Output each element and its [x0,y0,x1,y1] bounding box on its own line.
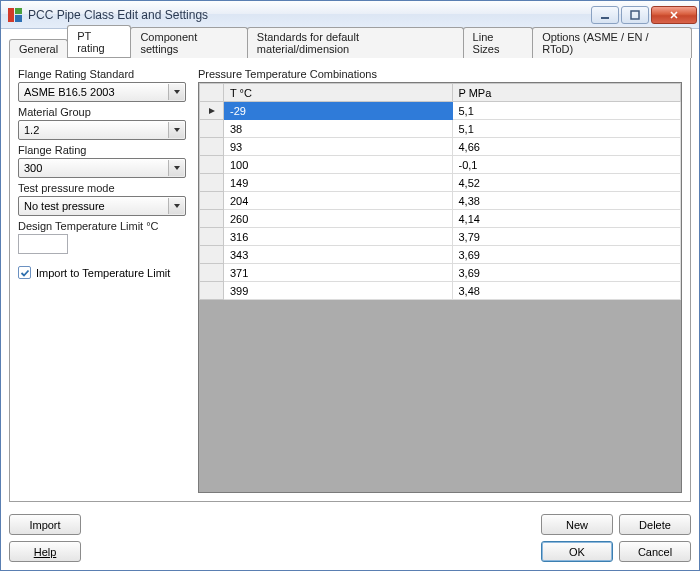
table-row[interactable]: 1494,52 [200,174,681,192]
import-to-temp-limit-checkbox[interactable] [18,266,31,279]
row-header[interactable] [200,264,224,282]
minimize-button[interactable] [591,6,619,24]
table-row[interactable]: 934,66 [200,138,681,156]
table-row[interactable]: 2044,38 [200,192,681,210]
grid-corner [200,84,224,102]
tab-pt-rating[interactable]: PT rating [67,25,131,57]
cell-t[interactable]: 343 [224,246,453,264]
table-row[interactable]: -295,1 [200,102,681,120]
cell-t[interactable]: 149 [224,174,453,192]
table-row[interactable]: 3163,79 [200,228,681,246]
test-pressure-mode-combo[interactable]: No test pressure [18,196,186,216]
cell-p[interactable]: 4,66 [452,138,681,156]
grid-col-p[interactable]: P MPa [452,84,681,102]
flange-rating-label: Flange Rating [18,144,186,156]
chevron-down-icon [168,122,184,138]
cell-t[interactable]: 93 [224,138,453,156]
flange-standard-value: ASME B16.5 2003 [24,86,115,98]
cell-p[interactable]: 3,79 [452,228,681,246]
tab-standards-for-default-material-dimension[interactable]: Standards for default material/dimension [247,27,464,58]
tab-line-sizes[interactable]: Line Sizes [463,27,534,58]
cell-p[interactable]: 3,48 [452,282,681,300]
delete-button[interactable]: Delete [619,514,691,535]
row-header[interactable] [200,138,224,156]
new-button[interactable]: New [541,514,613,535]
cancel-button[interactable]: Cancel [619,541,691,562]
ok-button[interactable]: OK [541,541,613,562]
cell-p[interactable]: 3,69 [452,264,681,282]
close-button[interactable] [651,6,697,24]
chevron-down-icon [168,84,184,100]
row-header[interactable] [200,102,224,120]
import-button[interactable]: Import [9,514,81,535]
left-panel: Flange Rating Standard ASME B16.5 2003 M… [18,66,186,493]
cell-p[interactable]: 5,1 [452,120,681,138]
svg-rect-4 [631,11,639,19]
svg-rect-3 [601,17,609,19]
test-pressure-mode-value: No test pressure [24,200,105,212]
row-header[interactable] [200,174,224,192]
window-buttons [591,6,697,24]
window: PCC Pipe Class Edit and Settings General… [0,0,700,571]
row-header[interactable] [200,228,224,246]
cell-t[interactable]: 260 [224,210,453,228]
import-to-temp-limit-label: Import to Temperature Limit [36,267,170,279]
tab-component-settings[interactable]: Component settings [130,27,247,58]
flange-standard-combo[interactable]: ASME B16.5 2003 [18,82,186,102]
svg-rect-0 [8,8,14,22]
cell-t[interactable]: 371 [224,264,453,282]
chevron-down-icon [168,160,184,176]
maximize-button[interactable] [621,6,649,24]
cell-t[interactable]: 38 [224,120,453,138]
design-temp-limit-label: Design Temperature Limit °C [18,220,186,232]
row-header[interactable] [200,246,224,264]
right-panel: Pressure Temperature Combinations T °C P… [198,66,682,493]
row-header[interactable] [200,210,224,228]
grid-col-t[interactable]: T °C [224,84,453,102]
app-icon [7,7,23,23]
cell-t[interactable]: 316 [224,228,453,246]
flange-rating-value: 300 [24,162,42,174]
table-row[interactable]: 100-0,1 [200,156,681,174]
table-row[interactable]: 385,1 [200,120,681,138]
cell-t[interactable]: 100 [224,156,453,174]
tab-options-asme-en-rtod[interactable]: Options (ASME / EN / RToD) [532,27,692,58]
svg-rect-2 [15,15,22,22]
window-title: PCC Pipe Class Edit and Settings [28,8,591,22]
cell-p[interactable]: 4,52 [452,174,681,192]
svg-rect-1 [15,8,22,14]
grid-title: Pressure Temperature Combinations [198,68,682,80]
test-pressure-mode-label: Test pressure mode [18,182,186,194]
content: GeneralPT ratingComponent settingsStanda… [1,29,699,508]
table-row[interactable]: 3433,69 [200,246,681,264]
cell-p[interactable]: 4,14 [452,210,681,228]
table-row[interactable]: 3993,48 [200,282,681,300]
row-header[interactable] [200,120,224,138]
tab-page-pt-rating: Flange Rating Standard ASME B16.5 2003 M… [9,57,691,502]
cell-t[interactable]: 204 [224,192,453,210]
cell-t[interactable]: -29 [224,102,453,120]
cell-t[interactable]: 399 [224,282,453,300]
material-group-combo[interactable]: 1.2 [18,120,186,140]
flange-rating-combo[interactable]: 300 [18,158,186,178]
cell-p[interactable]: 3,69 [452,246,681,264]
material-group-value: 1.2 [24,124,39,136]
table-row[interactable]: 3713,69 [200,264,681,282]
material-group-label: Material Group [18,106,186,118]
flange-standard-label: Flange Rating Standard [18,68,186,80]
design-temp-limit-input[interactable] [18,234,68,254]
cell-p[interactable]: -0,1 [452,156,681,174]
tab-general[interactable]: General [9,39,68,58]
row-header[interactable] [200,282,224,300]
pt-grid[interactable]: T °C P MPa -295,1385,1934,66100-0,11494,… [198,82,682,493]
cell-p[interactable]: 4,38 [452,192,681,210]
footer: Import New Delete Help OK Cancel [1,508,699,570]
cell-p[interactable]: 5,1 [452,102,681,120]
table-row[interactable]: 2604,14 [200,210,681,228]
tab-strip: GeneralPT ratingComponent settingsStanda… [9,35,691,57]
row-header[interactable] [200,192,224,210]
row-header[interactable] [200,156,224,174]
chevron-down-icon [168,198,184,214]
import-to-temp-limit-row[interactable]: Import to Temperature Limit [18,266,186,279]
help-button[interactable]: Help [9,541,81,562]
